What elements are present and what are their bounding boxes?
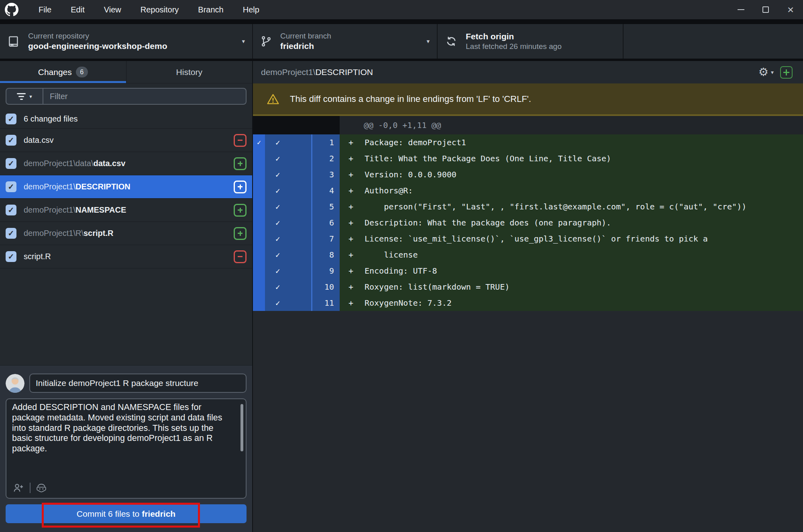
file-checkbox[interactable]: ✓ — [6, 251, 16, 262]
select-all-row[interactable]: ✓ 6 changed files — [0, 109, 252, 129]
line-included-checkmark[interactable]: ✓ — [265, 295, 311, 311]
menu-item-file[interactable]: File — [29, 0, 61, 19]
commit-description-text[interactable]: Added DESCRIPTION and NAMESPACE files fo… — [12, 402, 235, 454]
avatar — [6, 374, 24, 393]
branch-icon — [260, 35, 272, 48]
expand-diff-button[interactable] — [780, 66, 793, 79]
hunk-select-strip[interactable] — [253, 199, 265, 215]
file-checkbox[interactable]: ✓ — [6, 228, 16, 239]
line-included-checkmark[interactable]: ✓ — [265, 150, 311, 167]
line-content: + license — [340, 247, 803, 263]
file-checkbox[interactable]: ✓ — [6, 158, 16, 169]
file-base-text: data.csv — [93, 159, 125, 168]
menu-items: FileEditViewRepositoryBranchHelp — [29, 0, 269, 19]
line-included-checkmark[interactable]: ✓ — [265, 279, 311, 295]
file-checkbox[interactable]: ✓ — [6, 181, 16, 192]
line-content: +Version: 0.0.0.9000 — [340, 167, 803, 183]
hunk-select-strip[interactable] — [253, 231, 265, 247]
diff-add-sign: + — [340, 234, 365, 244]
hunk-select-strip[interactable] — [253, 150, 265, 167]
description-scrollbar[interactable] — [240, 404, 243, 451]
file-dir-text: demoProject1\ — [24, 205, 75, 214]
line-included-checkmark[interactable]: ✓ — [265, 183, 311, 199]
file-row[interactable]: ✓demoProject1\NAMESPACE — [0, 199, 252, 222]
hunk-select-strip[interactable] — [253, 263, 265, 279]
line-number: 4 — [311, 183, 340, 199]
file-row[interactable]: ✓demoProject1\R\script.R — [0, 222, 252, 245]
line-included-checkmark[interactable]: ✓ — [265, 215, 311, 231]
hunk-select-strip[interactable] — [253, 247, 265, 263]
filter-options-button[interactable]: ▾ — [6, 89, 43, 104]
copilot-icon[interactable] — [36, 483, 47, 493]
sync-icon — [445, 35, 458, 48]
menu-item-help[interactable]: Help — [233, 0, 269, 19]
hunk-select-strip[interactable] — [253, 183, 265, 199]
diff-line: ✓3+Version: 0.0.0.9000 — [253, 167, 803, 183]
current-repository-value: good-engineering-workshop-demo — [28, 41, 167, 51]
file-row[interactable]: ✓demoProject1\data\data.csv — [0, 152, 252, 175]
chevron-down-icon: ▾ — [242, 38, 245, 45]
hunk-select-strip[interactable] — [253, 215, 265, 231]
hunk-select-strip[interactable] — [253, 295, 265, 311]
file-name: demoProject1\NAMESPACE — [24, 205, 226, 215]
line-included-checkmark[interactable]: ✓ — [265, 134, 311, 150]
menu-item-repository[interactable]: Repository — [131, 0, 189, 19]
diff-header: demoProject1\DESCRIPTION ⚙ ▾ — [253, 61, 803, 83]
filter-input[interactable] — [43, 89, 246, 104]
menu-item-edit[interactable]: Edit — [61, 0, 94, 19]
line-text: person("First", "Last", , "first.last@ex… — [365, 202, 746, 211]
hunk-header-row[interactable]: @@ -0,0 +1,11 @@ — [253, 116, 803, 134]
commit-summary-input[interactable] — [29, 374, 247, 393]
line-included-checkmark[interactable]: ✓ — [265, 231, 311, 247]
hunk-select-strip[interactable] — [253, 279, 265, 295]
changes-sidebar: Changes 6 History ▾ ✓ 6 changed — [0, 61, 253, 532]
line-content: +Authors@R: — [340, 183, 803, 199]
file-name: demoProject1\DESCRIPTION — [24, 182, 226, 191]
current-repository-dropdown[interactable]: Current repository good-engineering-work… — [0, 24, 253, 59]
line-included-checkmark[interactable]: ✓ — [265, 199, 311, 215]
current-branch-label: Current branch — [280, 31, 331, 41]
diff-add-sign: + — [340, 170, 365, 179]
chevron-down-icon: ▾ — [426, 38, 430, 45]
line-included-checkmark[interactable]: ✓ — [265, 167, 311, 183]
tab-changes-label: Changes — [38, 67, 72, 77]
file-row[interactable]: ✓data.csv — [0, 129, 252, 152]
menu-item-branch[interactable]: Branch — [188, 0, 233, 19]
diff-options-button[interactable]: ⚙ ▾ — [758, 67, 774, 78]
warning-icon — [267, 93, 279, 105]
toolbar: Current repository good-engineering-work… — [0, 24, 803, 59]
diff-add-sign: + — [340, 202, 365, 211]
current-repository-label: Current repository — [28, 31, 167, 41]
fetch-origin-button[interactable]: Fetch origin Last fetched 26 minutes ago — [438, 24, 624, 59]
commit-button[interactable]: Commit 6 files to friedrich — [6, 504, 247, 523]
file-row[interactable]: ✓demoProject1\DESCRIPTION — [0, 175, 252, 199]
tab-history[interactable]: History — [126, 61, 253, 83]
line-number: 1 — [311, 134, 340, 150]
select-all-checkbox[interactable]: ✓ — [6, 114, 16, 124]
menu-item-view[interactable]: View — [94, 0, 131, 19]
file-row[interactable]: ✓script.R — [0, 245, 252, 268]
sidebar-spacer — [0, 268, 252, 365]
line-content: +License: `use_mit_license()`, `use_gpl3… — [340, 231, 803, 247]
file-base-text: data.csv — [24, 136, 53, 144]
file-checkbox[interactable]: ✓ — [6, 205, 16, 215]
commit-area: Added DESCRIPTION and NAMESPACE files fo… — [0, 365, 252, 532]
minimize-button[interactable] — [728, 0, 753, 19]
diff-file-dir: demoProject1\ — [261, 67, 315, 77]
hunk-select-strip[interactable] — [253, 167, 265, 183]
file-checkbox[interactable]: ✓ — [6, 135, 16, 146]
close-button[interactable]: ✕ — [778, 0, 803, 19]
add-coauthor-icon[interactable] — [13, 483, 24, 493]
diff-line: ✓10+Roxygen: list(markdown = TRUE) — [253, 279, 803, 295]
diff-line: ✓11+RoxygenNote: 7.3.2 — [253, 295, 803, 311]
current-branch-dropdown[interactable]: Current branch friedrich ▾ — [253, 24, 438, 59]
icon-divider — [30, 483, 31, 493]
added-status-icon — [234, 157, 247, 170]
line-included-checkmark[interactable]: ✓ — [265, 247, 311, 263]
maximize-button[interactable] — [753, 0, 778, 19]
commit-description-box[interactable]: Added DESCRIPTION and NAMESPACE files fo… — [6, 398, 247, 499]
line-number: 5 — [311, 199, 340, 215]
tab-changes[interactable]: Changes 6 — [0, 61, 126, 83]
hunk-select-strip[interactable]: ✓ — [253, 134, 265, 150]
line-included-checkmark[interactable]: ✓ — [265, 263, 311, 279]
